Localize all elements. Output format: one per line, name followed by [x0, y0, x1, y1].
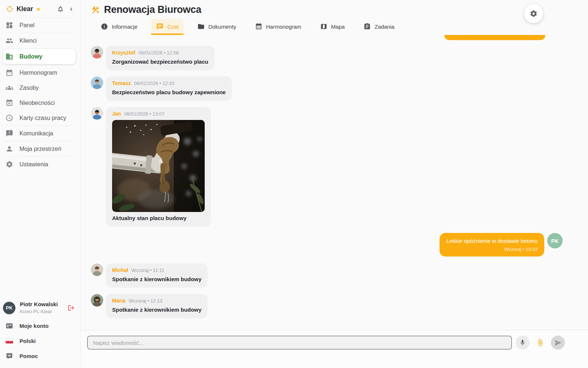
tab-mapa[interactable]: Mapa — [315, 19, 350, 35]
project-tabs: Informacje Czat Dokumenty — [91, 19, 588, 35]
user-profile[interactable]: PK Piotr Kowalski Kizeo-PL-Klear — [0, 297, 80, 318]
calendar-icon — [255, 23, 262, 30]
resources-group-icon — [6, 84, 13, 92]
message-timestamp: Wczoraj • 11:11 — [132, 268, 164, 273]
send-icon[interactable] — [551, 336, 565, 350]
message-author: Maria — [112, 298, 126, 304]
chat-message-received: Maria Wczoraj • 12:13 Spotkanie z kierow… — [91, 294, 588, 318]
tab-label: Dokumenty — [208, 24, 236, 30]
sidebar-item-label: Nieobecności — [19, 100, 55, 106]
sidebar-item-label: Harmonogram — [19, 70, 57, 76]
sidebar-item-moja-przestrzen[interactable]: Moja przestrzeń — [0, 141, 80, 156]
poland-flag-icon — [6, 337, 13, 345]
sidebar-header: Klear ★ — [0, 0, 80, 17]
sidebar-footer: PK Piotr Kowalski Kizeo-PL-Klear Moje ko… — [0, 297, 80, 368]
klear-logo-icon — [6, 5, 14, 13]
message-bubble: Krzysztof 06/01/2026 • 12:06 Zorganizowa… — [106, 46, 214, 70]
notifications-bell-icon[interactable] — [56, 5, 65, 13]
app-window: Klear ★ Panel Klienci — [0, 0, 588, 368]
chat-icon — [156, 23, 164, 30]
project-header: Renowacja Biurowca Informacje Czat — [81, 0, 588, 35]
tab-czat[interactable]: Czat — [151, 19, 184, 35]
message-input[interactable] — [87, 336, 512, 350]
sidebar-item-harmonogram[interactable]: Harmonogram — [0, 65, 80, 80]
project-settings-gear-icon[interactable] — [524, 4, 543, 23]
message-text: Zorganizować bezpieczeństwo placu — [112, 59, 208, 65]
chat-message-received: Krzysztof 06/01/2026 • 12:06 Zorganizowa… — [91, 46, 588, 70]
sidebar-item-ustawienia[interactable]: Ustawienia — [0, 157, 80, 172]
app-title: Klear — [17, 5, 33, 13]
tab-label: Zadania — [374, 24, 394, 30]
message-author: Tomasz — [112, 80, 131, 86]
tab-harmonogram[interactable]: Harmonogram — [250, 19, 306, 35]
sidebar-item-language[interactable]: Polski — [0, 333, 80, 348]
message-timestamp: Wczoraj • 10:02 — [446, 247, 538, 252]
tab-label: Informacje — [112, 24, 137, 30]
message-text: Spotkanie z kierownikiem budowy — [112, 276, 201, 282]
message-timestamp: 06/01/2026 • 12:06 — [139, 50, 179, 56]
collapse-sidebar-icon[interactable] — [67, 5, 75, 13]
message-text: Lekkie opóźnienie w dostawie betonu — [446, 238, 538, 244]
sidebar-item-label: Klienci — [19, 38, 37, 44]
sidebar-item-klienci[interactable]: Klienci — [0, 33, 80, 48]
sidebar-item-pomoc[interactable]: Pomoc — [0, 348, 80, 364]
message-text: Bezpieczeństwo placu budowy zapewnione — [112, 89, 226, 95]
microphone-icon[interactable] — [516, 336, 530, 350]
sidebar-item-karty-czasu[interactable]: Karty czasu pracy — [0, 110, 80, 125]
own-avatar: PK — [547, 233, 563, 248]
sidebar-item-label: Polski — [19, 338, 36, 344]
absence-calendar-icon — [6, 99, 13, 107]
sidebar-item-komunikacja[interactable]: Komunikacja — [0, 126, 80, 141]
tab-label: Czat — [167, 24, 179, 30]
sidebar-item-zasoby[interactable]: Zasoby — [0, 80, 80, 95]
message-bubble: Lekkie opóźnienie w dostawie betonu Wczo… — [440, 233, 544, 256]
tab-label: Harmonogram — [266, 24, 301, 30]
tab-dokumenty[interactable]: Dokumenty — [192, 19, 241, 35]
logout-icon[interactable] — [67, 304, 75, 312]
sidebar-item-panel[interactable]: Panel — [0, 18, 80, 33]
tab-zadania[interactable]: Zadania — [358, 19, 399, 35]
user-org: Kizeo-PL-Klear — [20, 309, 58, 315]
own-message-partial — [444, 35, 545, 40]
sidebar-item-moje-konto[interactable]: Moje konto — [0, 318, 80, 333]
chat-messages-scroll-area[interactable]: Krzysztof 06/01/2026 • 12:06 Zorganizowa… — [81, 35, 588, 330]
support-icon — [6, 352, 13, 360]
message-photo-caption: Aktualny stan placu budowy — [112, 215, 205, 221]
chat-message-sent: Lekkie opóźnienie w dostawie betonu Wczo… — [91, 233, 588, 256]
sidebar-item-label: Moja przestrzeń — [19, 146, 61, 152]
message-author: Jan — [112, 111, 121, 117]
message-bubble: Tomasz 06/01/2026 • 12:33 Bezpieczeństwo… — [106, 77, 232, 100]
tab-informacje[interactable]: Informacje — [96, 19, 143, 35]
attachment-paperclip-icon[interactable] — [533, 336, 547, 350]
message-photo-pipe[interactable] — [112, 120, 205, 212]
folder-icon — [197, 23, 205, 30]
building-icon — [6, 53, 13, 60]
message-author: Michał — [112, 267, 128, 273]
announcement-icon — [6, 130, 13, 137]
chat-message-received: Michał Wczoraj • 11:11 Spotkanie z kiero… — [91, 263, 588, 287]
chat-message-received: Tomasz 06/01/2026 • 12:33 Bezpieczeństwo… — [91, 77, 588, 100]
avatar — [91, 294, 103, 307]
message-timestamp: 06/01/2026 • 13:07 — [124, 111, 164, 117]
message-text: Spotkanie z kierownikiem budowy — [112, 307, 201, 313]
avatar — [91, 46, 103, 59]
message-bubble: Maria Wczoraj • 12:13 Spotkanie z kierow… — [106, 294, 207, 318]
sidebar-item-label: Karty czasu pracy — [19, 115, 66, 121]
star-icon: ★ — [36, 6, 41, 13]
gear-icon — [6, 160, 13, 168]
user-avatar: PK — [3, 302, 15, 314]
message-composer — [81, 330, 588, 368]
sidebar-item-label: Pomoc — [19, 353, 38, 359]
message-timestamp: Wczoraj • 12:13 — [129, 298, 162, 304]
clients-people-icon — [6, 37, 13, 45]
avatar — [91, 77, 103, 89]
sidebar-item-nieobecnosci[interactable]: Nieobecności — [0, 95, 80, 110]
sidebar-item-budowy[interactable]: Budowy — [3, 49, 76, 64]
sidebar-item-label: Komunikacja — [19, 130, 53, 137]
calendar-icon — [6, 69, 13, 77]
person-icon — [6, 145, 13, 153]
clock-icon — [6, 114, 13, 122]
user-name: Piotr Kowalski — [20, 301, 58, 308]
message-bubble: Jan 06/01/2026 • 13:07 — [106, 107, 211, 226]
info-icon — [101, 23, 108, 30]
